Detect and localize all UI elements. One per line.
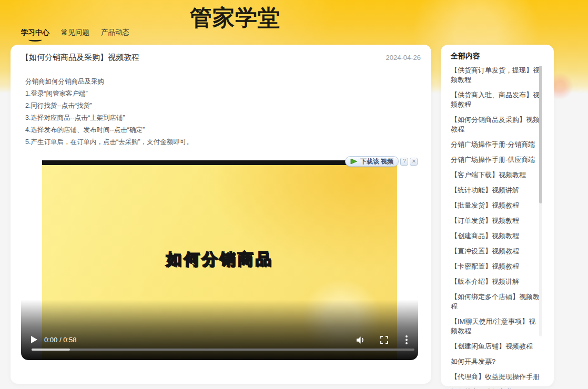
article-body: 分销商如何分销商品及采购 1.登录“闲管家客户端” 2.同行找货--点击“找货”… [25,76,193,148]
article-paragraph: 4.选择发布的店铺、发布时间--点击“确定” [25,124,193,136]
volume-icon[interactable] [357,336,366,344]
sidebar-header: 全部内容 [451,52,480,61]
sidebar-list-item[interactable]: 【客户端下载】视频教程 [451,170,541,180]
main-nav: 学习中心 常见问题 产品动态 [21,28,129,42]
sidebar-list-item[interactable]: 【代理商】收益提现操作手册 [451,372,541,382]
download-play-icon [350,158,358,165]
video-letterbox-bar [42,160,397,165]
sidebar-scrollbar-track[interactable] [539,66,542,336]
fullscreen-icon[interactable] [380,336,388,344]
sidebar-list-item[interactable]: 分销广场操作手册-分销商端 [451,140,541,149]
sidebar-list-item[interactable]: 【供货商订单发货，提现】视频教程 [451,66,541,85]
sidebar-list-item[interactable]: 【卡密配置】视频教程 [451,262,541,271]
sidebar-card: 全部内容 【供货商订单发货，提现】视频教程 【供货商入驻、商品发布】视频教程 【… [441,45,554,386]
play-icon[interactable] [31,336,37,343]
nav-tab[interactable]: 产品动态 [101,28,129,42]
sidebar-list-item[interactable]: 【版本介绍】视频讲解 [451,277,541,286]
sidebar-list-item[interactable]: 如何开具发票? [451,357,541,366]
download-video-button[interactable]: 下载该 视频 [345,156,399,167]
video-player[interactable]: 如何分销商品 0:00 / 0:58 [21,160,418,360]
help-icon[interactable]: ? [400,158,408,166]
sidebar-list-item[interactable]: 【如何分销商品及采购】视频教程 [451,115,541,134]
nav-tab-label: 产品动态 [101,28,129,37]
close-icon[interactable]: ✕ [410,158,418,166]
article-title: 【如何分销商品及采购】视频教程 [21,53,139,63]
video-caption: 如何分销商品 [42,249,397,270]
article-paragraph: 5.产生订单后，在订单内，点击“去采购”，支付金额即可。 [25,136,193,148]
nav-tab-label: 学习中心 [21,28,49,37]
download-video-label: 下载该 视频 [360,157,393,166]
article-date: 2024-04-26 [386,54,421,62]
download-overlay-bar: 下载该 视频 ? ✕ [345,156,418,167]
video-time: 0:00 / 0:58 [44,336,76,344]
sidebar-list-item[interactable]: 分销广场操作手册-供应商端 [451,155,541,165]
active-tab-underline [28,38,42,42]
sidebar-list-item[interactable]: 【创建闲鱼店铺】视频教程 [451,342,541,351]
article-paragraph: 1.登录“闲管家客户端” [25,88,193,100]
sidebar-list-item[interactable]: 【订单发货】视频教程 [451,216,541,226]
sidebar-list-item[interactable]: 【IM聊天使用/注意事项】视频教程 [451,317,541,336]
page-title: 管家学堂 [190,3,280,33]
video-controls: 0:00 / 0:58 [21,335,418,345]
article-paragraph: 分销商如何分销商品及采购 [25,76,193,88]
sidebar-list-item[interactable]: 【如何绑定多个店铺】视频教程 [451,292,541,311]
sidebar-list-item[interactable]: 【供货商入驻、商品发布】视频教程 [451,90,541,109]
video-controls-shade [21,300,418,360]
nav-tab-label: 常见问题 [61,28,89,37]
sidebar-list-item[interactable]: 【创建商品】视频教程 [451,231,541,241]
article-paragraph: 2.同行找货--点击“找货” [25,100,193,112]
article-card: 【如何分销商品及采购】视频教程 2024-04-26 分销商如何分销商品及采购 … [11,45,431,384]
sidebar-list-item[interactable]: 【直冲设置】视频教程 [451,247,541,256]
article-paragraph: 3.选择对应商品--点击“上架到店铺” [25,112,193,124]
video-progress-buffered [32,349,70,351]
nav-tab[interactable]: 学习中心 [21,28,49,42]
sidebar-list-item[interactable]: 【统计功能】视频讲解 [451,186,541,195]
overflow-menu-icon[interactable] [405,335,408,344]
nav-tab[interactable]: 常见问题 [61,28,89,42]
sidebar-list: 【供货商订单发货，提现】视频教程 【供货商入驻、商品发布】视频教程 【如何分销商… [451,66,541,389]
video-progress-bar[interactable] [32,349,414,351]
sidebar-scrollbar-thumb[interactable] [539,66,542,203]
sidebar-list-item[interactable]: 【批量发货】视频教程 [451,201,541,210]
